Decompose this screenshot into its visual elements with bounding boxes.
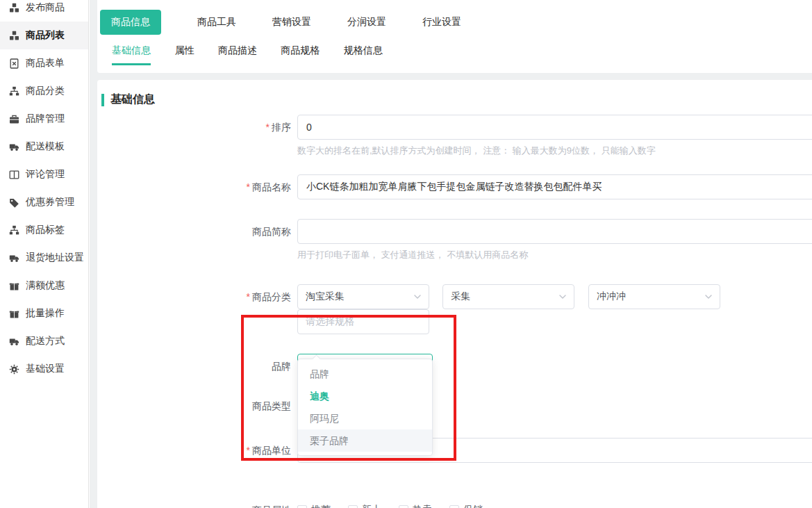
sidebar-item-label: 满额优惠 — [26, 279, 65, 292]
sort-label: *排序 — [97, 115, 297, 140]
sidebar-item-label: 商品表单 — [26, 57, 65, 69]
sitemap-icon — [9, 225, 19, 236]
checkbox-label: 新上 — [362, 504, 381, 508]
sidebar-menu: 发布商品 商品列表 商品表单 商品分类 品牌管理 配送模板 评论管理 优惠券管 — [0, 0, 88, 383]
tabs-card: 商品信息 商品工具 营销设置 分润设置 行业设置 基础信息 属性 商品描述 商品… — [97, 0, 812, 73]
sidebar-item-label: 优惠券管理 — [26, 196, 74, 208]
section-accent-bar — [101, 94, 104, 106]
form-row-unit: *商品单位 — [97, 438, 812, 463]
brand-label: 品牌 — [97, 354, 297, 379]
required-asterisk: * — [247, 291, 250, 302]
category-select-level3[interactable]: 冲冲冲 — [588, 284, 720, 309]
category-select-level1[interactable]: 淘宝采集 — [297, 284, 429, 309]
gift-icon — [9, 281, 19, 291]
briefcase-icon — [9, 114, 19, 124]
sidebar-item-label: 商品标签 — [26, 224, 65, 236]
option-dior[interactable]: 迪奥 — [298, 385, 432, 407]
category-level1-value: 淘宝采集 — [306, 290, 345, 303]
sort-input[interactable] — [297, 115, 812, 140]
spec-select[interactable]: 请选择规格 — [297, 309, 429, 334]
required-asterisk: * — [247, 445, 250, 456]
gear-icon — [9, 364, 19, 375]
sidebar-item-coupon-management[interactable]: 优惠券管理 — [0, 188, 88, 216]
attributes-checkbox-group: 推荐 新上 热卖 促销 — [297, 498, 812, 508]
option-lizi-brand[interactable]: 栗子品牌 — [298, 429, 432, 452]
file-icon — [9, 58, 19, 69]
form-row-attributes: 商品属性 推荐 新上 热卖 促销 — [97, 498, 812, 508]
checkbox-label: 热卖 — [413, 504, 432, 508]
sidebar-item-review-management[interactable]: 评论管理 — [0, 161, 88, 188]
short-name-hint: 用于打印电子面单， 支付通道推送， 不填默认用商品名称 — [297, 249, 812, 261]
sidebar-item-delivery-template[interactable]: 配送模板 — [0, 133, 88, 161]
gift-icon — [9, 309, 19, 319]
tab-product-info[interactable]: 商品信息 — [100, 10, 161, 35]
sidebar-item-product-category[interactable]: 商品分类 — [0, 77, 88, 105]
sidebar-item-label: 配送方式 — [26, 335, 65, 347]
sidebar-item-delivery-method[interactable]: 配送方式 — [0, 327, 88, 355]
category-label: *商品分类 — [97, 284, 297, 309]
subtab-product-description[interactable]: 商品描述 — [218, 44, 257, 63]
short-name-label: 商品简称 — [97, 219, 297, 244]
sidebar-item-publish-product[interactable]: 发布商品 — [0, 0, 88, 22]
product-type-label: 商品类型 — [97, 393, 297, 418]
subtab-spec-info[interactable]: 规格信息 — [344, 44, 383, 63]
subtab-product-specs[interactable]: 商品规格 — [281, 44, 320, 63]
chevron-down-icon — [413, 293, 422, 301]
checkbox-label: 推荐 — [311, 504, 331, 508]
sidebar-item-product-list[interactable]: 商品列表 — [0, 22, 88, 49]
short-name-input[interactable] — [297, 219, 812, 244]
attributes-label: 商品属性 — [97, 498, 297, 508]
main-content: 商品信息 商品工具 营销设置 分润设置 行业设置 基础信息 属性 商品描述 商品… — [90, 0, 812, 508]
checkbox-box — [297, 505, 307, 508]
sidebar-item-product-tags[interactable]: 商品标签 — [0, 216, 88, 244]
checkbox-label: 促销 — [463, 504, 483, 508]
checkbox-box — [449, 505, 459, 508]
option-brand-placeholder[interactable]: 品牌 — [298, 363, 432, 385]
brand-dropdown-panel: 品牌 迪奥 阿玛尼 栗子品牌 — [297, 359, 433, 456]
sidebar-item-full-discount[interactable]: 满额优惠 — [0, 272, 88, 300]
cubes-icon — [9, 31, 19, 41]
form-row-short-name: 商品简称 用于打印电子面单， 支付通道推送， 不填默认用商品名称 — [97, 219, 812, 261]
tab-product-tools[interactable]: 商品工具 — [197, 16, 236, 28]
section-header: 基础信息 — [101, 92, 812, 107]
checkbox-promo[interactable]: 促销 — [449, 504, 483, 508]
form-row-product-type: 商品类型 — [97, 393, 812, 418]
sidebar-item-product-form[interactable]: 商品表单 — [0, 49, 88, 77]
category-level3-value: 冲冲冲 — [597, 290, 626, 303]
category-select-level2[interactable]: 采集 — [442, 284, 574, 309]
sidebar-item-batch-operations[interactable]: 批量操作 — [0, 300, 88, 327]
sub-tabs: 基础信息 属性 商品描述 商品规格 规格信息 — [100, 44, 812, 65]
sidebar-item-label: 基础设置 — [26, 363, 65, 375]
sort-hint: 数字大的排名在前,默认排序方式为创建时间， 注意： 输入最大数为9位数， 只能输… — [297, 145, 812, 157]
product-name-label: *商品名称 — [97, 174, 297, 199]
sitemap-icon — [9, 86, 19, 97]
sidebar-item-label: 批量操作 — [26, 307, 65, 320]
chevron-down-icon — [704, 293, 713, 301]
category-level2-value: 采集 — [451, 290, 470, 303]
subtab-basic-info[interactable]: 基础信息 — [112, 44, 151, 65]
checkbox-new[interactable]: 新上 — [348, 504, 381, 508]
sidebar-item-brand-management[interactable]: 品牌管理 — [0, 105, 88, 133]
sidebar-item-label: 退货地址设置 — [26, 252, 84, 264]
form-row-sort: *排序 数字大的排名在前,默认排序方式为创建时间， 注意： 输入最大数为9位数，… — [97, 115, 812, 157]
option-armani[interactable]: 阿玛尼 — [298, 407, 432, 429]
truck-icon — [9, 253, 19, 263]
subtab-attributes[interactable]: 属性 — [174, 44, 194, 63]
product-name-input[interactable] — [297, 174, 812, 199]
tab-profit-settings[interactable]: 分润设置 — [347, 16, 386, 28]
checkbox-hot[interactable]: 热卖 — [399, 504, 432, 508]
tag-icon — [9, 197, 19, 208]
tab-marketing-settings[interactable]: 营销设置 — [272, 16, 311, 28]
chevron-down-icon — [558, 293, 567, 301]
columns-icon — [9, 170, 19, 180]
required-asterisk: * — [266, 122, 270, 133]
section-title-text: 基础信息 — [110, 92, 155, 107]
form-card: 基础信息 *排序 数字大的排名在前,默认排序方式为创建时间， 注意： 输入最大数… — [97, 80, 812, 508]
sidebar-item-label: 品牌管理 — [26, 113, 65, 125]
sidebar-item-basic-settings[interactable]: 基础设置 — [0, 355, 88, 383]
tab-industry-settings[interactable]: 行业设置 — [422, 16, 461, 28]
sidebar-item-return-address-settings[interactable]: 退货地址设置 — [0, 244, 88, 272]
unit-label: *商品单位 — [97, 438, 297, 463]
header-tabs: 商品信息 商品工具 营销设置 分润设置 行业设置 — [100, 10, 812, 35]
checkbox-recommended[interactable]: 推荐 — [297, 504, 331, 508]
